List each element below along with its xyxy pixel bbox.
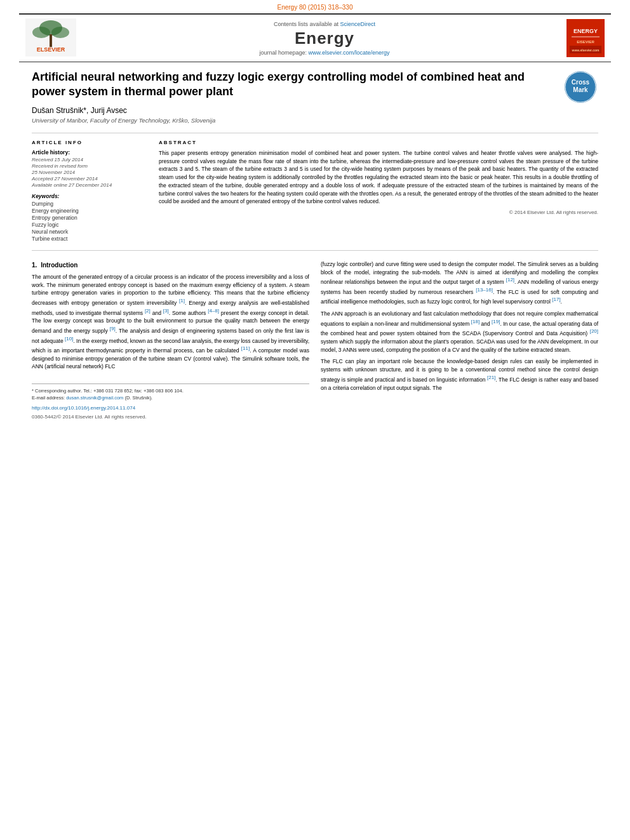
keyword-4: Fuzzy logic <box>32 222 146 228</box>
email-link[interactable]: dusan.strusnik@gmail.com <box>66 395 123 401</box>
right-col: (fuzzy logic controller) and curve fitti… <box>321 260 598 421</box>
right-para-2: The ANN approach is an evolutionary and … <box>321 310 598 354</box>
page-content: Artificial neural networking and fuzzy l… <box>32 62 598 421</box>
received-revised-date: 25 November 2014 <box>32 170 146 175</box>
affiliation-line: University of Maribor, Faculty of Energy… <box>32 117 598 124</box>
left-col: 1. Introduction The amount of the genera… <box>32 260 309 421</box>
svg-text:ENERGY: ENERGY <box>573 28 598 34</box>
keyword-6: Turbine extract <box>32 236 146 242</box>
issn-line: 0360-5442/© 2014 Elsevier Ltd. All right… <box>32 413 309 421</box>
article-title: Artificial neural networking and fuzzy l… <box>32 70 598 100</box>
abstract-col: ABSTRACT This paper presents entropy gen… <box>159 140 598 243</box>
journal-header: ELSEVIER Contents lists available at Sci… <box>19 13 611 62</box>
keyword-5: Neural network <box>32 229 146 235</box>
intro-para-1: The amount of the generated entropy of a… <box>32 273 309 371</box>
crossmark-logo: Cross Mark <box>563 70 598 105</box>
keyword-1: Dumping <box>32 201 146 207</box>
svg-point-2 <box>32 27 50 38</box>
right-para-1: (fuzzy logic controller) and curve fitti… <box>321 260 598 306</box>
doi-link[interactable]: http://dx.doi.org/10.1016/j.energy.2014.… <box>32 405 135 411</box>
received-revised-label: Received in revised form <box>32 163 146 169</box>
svg-rect-4 <box>50 34 52 47</box>
abstract-text: This paper presents entropy generation m… <box>159 149 598 206</box>
main-body: 1. Introduction The amount of the genera… <box>32 260 598 421</box>
keywords-section: Keywords: Dumping Energy engineering Ent… <box>32 193 146 242</box>
citation-bar: Energy 80 (2015) 318–330 <box>0 0 630 13</box>
divider-1 <box>32 133 598 133</box>
svg-text:Cross: Cross <box>572 79 590 86</box>
intro-section-title: 1. Introduction <box>32 260 309 270</box>
accepted-date: Accepted 27 November 2014 <box>32 176 146 182</box>
divider-2 <box>32 250 598 251</box>
history-label: Article history: <box>32 149 146 156</box>
copyright-line: © 2014 Elsevier Ltd. All rights reserved… <box>159 210 598 215</box>
authors-line: Dušan Strušnik*, Jurij Avsec <box>32 106 598 115</box>
svg-text:Mark: Mark <box>573 86 588 93</box>
citation-text: Energy 80 (2015) 318–330 <box>278 4 353 11</box>
svg-point-3 <box>51 27 69 38</box>
sciencedirect-link[interactable]: ScienceDirect <box>340 21 376 27</box>
contents-line: Contents lists available at ScienceDirec… <box>89 21 560 27</box>
journal-name-text: Energy <box>89 29 560 48</box>
elsevier-logo: ELSEVIER <box>25 18 76 58</box>
available-date: Available online 27 December 2014 <box>32 182 146 188</box>
journal-center: Contents lists available at ScienceDirec… <box>89 21 560 56</box>
article-info-col: ARTICLE INFO Article history: Received 1… <box>32 140 146 243</box>
keyword-3: Entropy generation <box>32 215 146 221</box>
corresponding-author: * Corresponding author. Tel.: +386 031 7… <box>32 387 309 394</box>
homepage-link[interactable]: www.elsevier.com/locate/energy <box>309 50 390 56</box>
energy-logo-right: ENERGY ElSEVIER www.elsevier.com <box>566 19 605 57</box>
abstract-header: ABSTRACT <box>159 140 598 145</box>
svg-text:ElSEVIER: ElSEVIER <box>577 40 594 44</box>
email-line: E-mail address: dusan.strusnik@gmail.com… <box>32 394 309 401</box>
keyword-2: Energy engineering <box>32 208 146 214</box>
svg-text:ELSEVIER: ELSEVIER <box>37 46 65 53</box>
keywords-label: Keywords: <box>32 193 146 199</box>
info-abstract-section: ARTICLE INFO Article history: Received 1… <box>32 140 598 243</box>
doi-line: http://dx.doi.org/10.1016/j.energy.2014.… <box>32 404 309 412</box>
right-para-3: The FLC can play an important role becau… <box>321 357 598 392</box>
homepage-line: journal homepage: www.elsevier.com/locat… <box>89 50 560 56</box>
footnote-area: * Corresponding author. Tel.: +386 031 7… <box>32 383 309 421</box>
svg-text:www.elsevier.com: www.elsevier.com <box>572 48 600 52</box>
received-date: Received 15 July 2014 <box>32 157 146 163</box>
article-info-header: ARTICLE INFO <box>32 140 146 145</box>
